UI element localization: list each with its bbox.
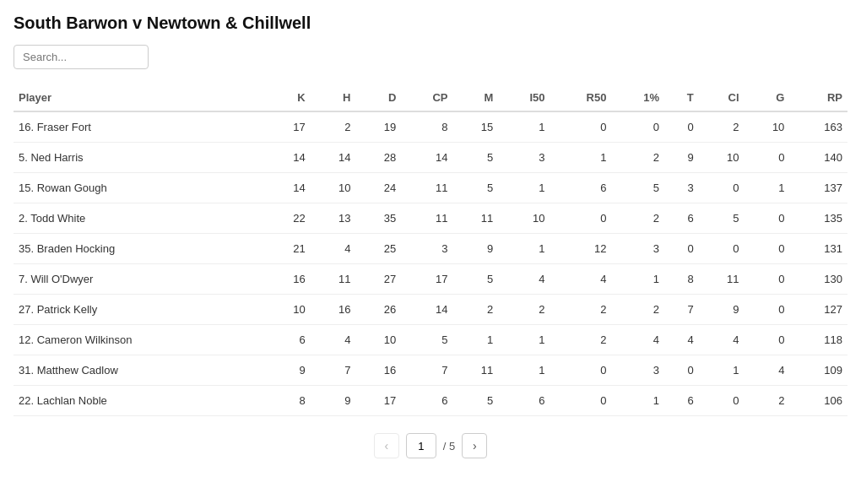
cell-cp: 7	[401, 355, 452, 386]
cell-k: 17	[265, 111, 311, 143]
cell-d: 17	[355, 386, 401, 416]
cell-i50: 1	[498, 355, 550, 386]
cell-cl: 9	[699, 295, 745, 325]
cell-k: 21	[265, 234, 311, 264]
cell-g: 0	[745, 143, 790, 173]
cell-cl: 0	[699, 386, 745, 416]
cell-cl: 0	[699, 234, 745, 264]
table-row: 22. Lachlan Noble891765601602106	[14, 386, 847, 416]
cell-t: 6	[664, 386, 699, 416]
cell-r50: 0	[550, 111, 612, 143]
cell-g: 10	[745, 111, 790, 143]
cell-g: 0	[745, 325, 790, 355]
cell-m: 5	[452, 143, 498, 173]
cell-i50: 10	[498, 203, 550, 234]
cell-rp: 127	[789, 295, 847, 325]
cell-t: 0	[664, 111, 699, 143]
cell-player: 35. Braden Hocking	[14, 234, 265, 264]
col-header-h: H	[311, 84, 356, 111]
cell-pct: 1	[611, 386, 664, 416]
cell-cp: 14	[401, 295, 452, 325]
cell-pct: 1	[611, 264, 664, 295]
cell-rp: 109	[789, 355, 847, 386]
table-row: 15. Rowan Gough141024115165301137	[14, 173, 847, 203]
cell-i50: 2	[498, 295, 550, 325]
cell-t: 9	[664, 143, 699, 173]
cell-d: 27	[355, 264, 401, 295]
table-row: 27. Patrick Kelly101626142222790127	[14, 295, 847, 325]
table-row: 2. Todd White22133511111002650135	[14, 203, 847, 234]
cell-m: 5	[452, 173, 498, 203]
cell-h: 7	[311, 355, 356, 386]
col-header-m: M	[452, 84, 498, 111]
cell-pct: 0	[611, 111, 664, 143]
cell-cl: 0	[699, 173, 745, 203]
cell-k: 10	[265, 295, 311, 325]
cell-k: 9	[265, 355, 311, 386]
cell-h: 10	[311, 173, 356, 203]
cell-player: 22. Lachlan Noble	[14, 386, 265, 416]
cell-g: 0	[745, 295, 790, 325]
cell-r50: 0	[550, 203, 612, 234]
cell-h: 14	[311, 143, 356, 173]
cell-pct: 3	[611, 234, 664, 264]
cell-r50: 12	[550, 234, 612, 264]
cell-h: 13	[311, 203, 356, 234]
cell-pct: 2	[611, 203, 664, 234]
cell-pct: 5	[611, 173, 664, 203]
col-header-player: Player	[14, 84, 265, 111]
cell-cp: 11	[401, 203, 452, 234]
cell-m: 5	[452, 264, 498, 295]
prev-page-button[interactable]: ‹	[374, 433, 399, 458]
cell-cp: 11	[401, 173, 452, 203]
cell-r50: 0	[550, 386, 612, 416]
pagination: ‹ / 5 ›	[14, 433, 847, 458]
cell-cl: 11	[699, 264, 745, 295]
cell-i50: 3	[498, 143, 550, 173]
cell-r50: 2	[550, 295, 612, 325]
cell-k: 22	[265, 203, 311, 234]
cell-d: 26	[355, 295, 401, 325]
cell-rp: 135	[789, 203, 847, 234]
cell-h: 9	[311, 386, 356, 416]
cell-g: 0	[745, 264, 790, 295]
cell-player: 16. Fraser Fort	[14, 111, 265, 143]
cell-cp: 3	[401, 234, 452, 264]
col-header-d: D	[355, 84, 401, 111]
cell-g: 1	[745, 173, 790, 203]
next-page-button[interactable]: ›	[462, 433, 487, 458]
cell-t: 0	[664, 355, 699, 386]
search-input[interactable]	[14, 45, 149, 69]
cell-g: 4	[745, 355, 790, 386]
cell-k: 6	[265, 325, 311, 355]
cell-t: 8	[664, 264, 699, 295]
cell-player: 15. Rowan Gough	[14, 173, 265, 203]
stats-table: PlayerKHDCPMI50R501%TClGRP 16. Fraser Fo…	[14, 84, 847, 416]
cell-d: 24	[355, 173, 401, 203]
cell-cp: 8	[401, 111, 452, 143]
cell-r50: 1	[550, 143, 612, 173]
table-body: 16. Fraser Fort1721981510002101635. Ned …	[14, 111, 847, 416]
cell-k: 14	[265, 143, 311, 173]
cell-r50: 0	[550, 355, 612, 386]
cell-h: 4	[311, 234, 356, 264]
col-header-pct: 1%	[611, 84, 664, 111]
cell-cp: 6	[401, 386, 452, 416]
cell-g: 0	[745, 203, 790, 234]
cell-player: 7. Will O'Dwyer	[14, 264, 265, 295]
table-row: 7. Will O'Dwyer1611271754418110130	[14, 264, 847, 295]
cell-i50: 4	[498, 264, 550, 295]
cell-d: 16	[355, 355, 401, 386]
cell-m: 5	[452, 386, 498, 416]
cell-cl: 10	[699, 143, 745, 173]
cell-h: 2	[311, 111, 356, 143]
page-number-input[interactable]	[406, 433, 436, 458]
cell-rp: 106	[789, 386, 847, 416]
col-header-rp: RP	[789, 84, 847, 111]
cell-player: 31. Matthew Cadlow	[14, 355, 265, 386]
cell-h: 11	[311, 264, 356, 295]
cell-k: 8	[265, 386, 311, 416]
cell-player: 12. Cameron Wilkinson	[14, 325, 265, 355]
cell-i50: 1	[498, 173, 550, 203]
col-header-r50: R50	[550, 84, 612, 111]
